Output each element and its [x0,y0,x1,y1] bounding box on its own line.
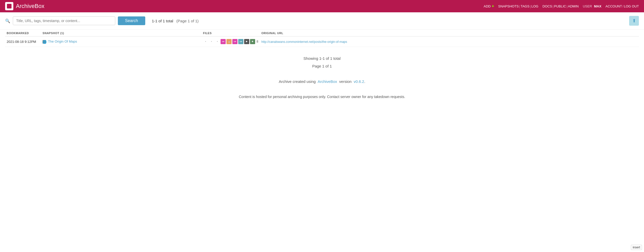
sep3: | [553,4,553,8]
search-input[interactable] [13,16,115,25]
col-header-files: FILES [201,30,260,36]
user-prefix: USER [583,4,592,8]
file-icon-gif2: GIF [232,39,237,44]
cell-url: http://canalswans.commoninternet.net/pos… [260,36,639,47]
results-text: 1-1 of 1 total [152,19,173,23]
file-icon-warc: ☕ [226,39,232,44]
main-nav: ADD + SNAPSHOTS | TAGS | LOG DOCS | PUBL… [484,4,639,8]
search-bar: 🔍 Search 1-1 of 1 total (Page 1 of 1) ⬆ [0,12,644,30]
col-header-url: ORIGINAL URL [260,30,639,36]
plus-icon: + [492,4,494,8]
sep1: | [519,4,520,8]
cell-files: · · · GIF ☕ GIF GIF ▶ 🏛 8 [201,36,260,47]
docs-link[interactable]: DOCS [543,4,552,8]
account-group: ACCOUNT / LOG OUT [606,4,639,8]
file-icon-dot1: · [203,39,208,44]
file-icon-media: ▶ [244,39,249,44]
logo-inner [7,4,12,8]
favicon-icon: 🌐 [43,40,46,44]
add-link[interactable]: ADD [484,4,491,8]
file-icon-archive: 🏛 [250,39,255,44]
logo-icon [5,2,13,10]
sep2: | [530,4,531,8]
cell-snapshot: 🌐 The Origin Of Maps [41,36,201,47]
file-icon-dot2: · [209,39,214,44]
original-url-link[interactable]: http://canalswans.commoninternet.net/pos… [261,40,347,44]
table-header: BOOKMARKED SNAPSHOT (1) FILES ORIGINAL U… [5,30,639,36]
snapshots-link[interactable]: SNAPSHOTS [498,4,519,8]
col-header-snapshot: SNAPSHOT (1) [41,30,201,36]
logo-link[interactable]: ArchiveBox [5,2,44,10]
search-icon: 🔍 [5,18,10,23]
tags-link[interactable]: TAGS [521,4,529,8]
version-text: version [339,79,351,84]
file-count: 8 [256,40,258,43]
archivebox-link[interactable]: ArchiveBox [318,79,337,84]
search-button[interactable]: Search [118,16,145,25]
logout-link[interactable]: LOG OUT [624,4,639,8]
file-icon-dot3: · [215,39,220,44]
table-row: 2021-08-18 9:12PM 🌐 The Origin Of Maps ·… [5,36,639,47]
account-link[interactable]: ACCOUNT [606,4,622,8]
file-icon-gif1: GIF [221,39,226,44]
add-nav-group: ADD + [484,4,494,8]
col-header-bookmarked: BOOKMARKED [5,30,41,36]
cell-bookmarked: 2021-08-18 9:12PM [5,36,41,47]
upload-button[interactable]: ⬆ [629,16,639,26]
results-table: BOOKMARKED SNAPSHOT (1) FILES ORIGINAL U… [5,30,639,47]
results-count: 1-1 of 1 total (Page 1 of 1) [152,19,199,23]
file-icons-group: · · · GIF ☕ GIF GIF ▶ 🏛 8 [203,39,258,44]
app-header: ArchiveBox ADD + SNAPSHOTS | TAGS | LOG … [0,0,644,12]
results-table-container: BOOKMARKED SNAPSHOT (1) FILES ORIGINAL U… [0,30,644,47]
log-link[interactable]: LOG [531,4,538,8]
showing-line1: Showing 1-1 of 1 total [5,55,639,62]
logo-text: ArchiveBox [16,3,44,9]
user-group: USER MAX [583,4,601,8]
admin-link[interactable]: ADMIN [568,4,579,8]
public-link[interactable]: PUBLIC [554,4,566,8]
sep5: / [622,4,624,8]
user-name: MAX [594,4,601,8]
archive-text: Archive created using [279,79,316,84]
file-icon-gif3: GIF [238,39,243,44]
table-body: 2021-08-18 9:12PM 🌐 The Origin Of Maps ·… [5,36,639,47]
period: . [364,79,365,84]
archive-info: Archive created using ArchiveBox version… [5,78,639,85]
snapshot-link[interactable]: The Origin Of Maps [48,40,77,43]
sep4: | [567,4,567,8]
version-link[interactable]: v0.6.2 [354,79,364,84]
page-text: (Page 1 of 1) [176,19,199,23]
hosting-note: Content is hosted for personal archiving… [5,93,639,100]
snapshots-group: SNAPSHOTS | TAGS | LOG [498,4,538,8]
footer-content: Showing 1-1 of 1 total Page 1 of 1 Archi… [0,47,644,105]
docs-group: DOCS | PUBLIC | ADMIN [543,4,579,8]
showing-line2: Page 1 of 1 [5,62,639,70]
